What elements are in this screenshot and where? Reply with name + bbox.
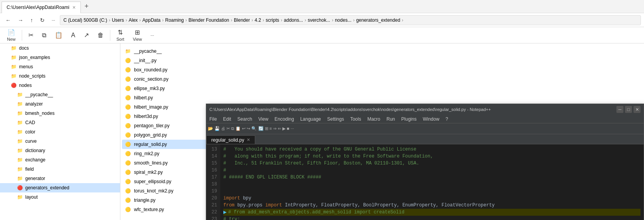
sidebar-item-dictionary[interactable]: 📁 dictionary [0,146,120,155]
breadcrumb[interactable]: C (Local) 500GB (C:) › Users › Alex › Ap… [60,15,641,25]
sidebar-item-generator[interactable]: 📁 generator [0,174,120,183]
folder-icon: 📁 [11,55,17,60]
tab-close[interactable]: × [72,4,75,10]
folder-icon: 📁 [17,92,23,97]
code-line-18 [223,181,641,188]
sidebar-item-json-examples[interactable]: 📁 json_examples [0,53,120,62]
sidebar-item-analyzer[interactable]: 📁 analyzer [0,99,120,109]
share-button[interactable]: ↗ [80,28,93,42]
delete-button[interactable]: 🗑 [94,28,108,42]
folder-icon: 📁 [17,194,23,200]
more-label: ··· [151,33,154,38]
breadcrumb-item: nodes... [335,17,352,23]
breadcrumb-item: scripts [266,17,279,23]
forward-button[interactable]: → [16,16,26,25]
folder-icon: 📁 [125,49,131,54]
breadcrumb-item: 4.2 [254,17,261,23]
file-item-ellipse-mk3[interactable]: 🟡 ellipse_mk3.py [122,84,642,93]
breadcrumb-item: generators_extended [356,17,400,23]
folder-icon: 📁 [11,73,17,79]
sidebar-item-menus[interactable]: 📁 menus [0,62,120,71]
new-label: New [7,37,16,42]
font-icon: A [71,32,75,39]
sidebar-item-pycache[interactable]: 📁 __pycache__ [0,90,120,99]
npp-menu-settings[interactable]: Settings [324,115,347,123]
folder-icon: 📁 [17,157,23,163]
py-icon: 🟡 [125,179,131,184]
file-item-box-rounded[interactable]: 🟡 box_rounded.py [122,65,642,74]
folder-icon: 📁 [17,148,23,153]
copy-icon: ⧉ [42,32,46,39]
paste-icon: 📋 [55,31,63,39]
sidebar-item-color[interactable]: 📁 color [0,127,120,137]
npp-code-area[interactable]: 13 14 15 16 17 18 19 20 21 22 23 24 25 2… [206,144,644,220]
back-button[interactable]: ← [3,16,13,25]
copy-button[interactable]: ⧉ [38,28,50,42]
code-line-13: # You should have received a copy of the… [223,146,641,153]
file-item-conic-section[interactable]: 🟡 conic_section.py [122,74,642,84]
sidebar-item-cad[interactable]: 📁 CAD [0,118,120,127]
npp-menu-search[interactable]: Search [234,115,255,123]
cut-button[interactable]: ✂ [24,28,37,42]
file-item-init[interactable]: 🟡 __init__.py [122,56,642,65]
sort-icon: ⇅ [118,29,123,36]
npp-menu-view[interactable]: View [255,115,272,123]
sidebar-item-exchange[interactable]: 📁 exchange [0,155,120,165]
sort-button[interactable]: ⇅ Sort [113,28,128,42]
npp-menu-plugins[interactable]: Plugins [398,115,419,123]
npp-menu-language[interactable]: Language [297,115,324,123]
sidebar-item-bmesh-nodes[interactable]: 📁 bmesh_nodes [0,109,120,118]
address-more[interactable]: ··· [49,16,57,24]
file-item-hilbert[interactable]: 🟡 hilbert.py [122,93,642,102]
npp-minimize-button[interactable]: ─ [616,106,623,113]
breadcrumb-item: AppData [143,17,161,23]
font-button[interactable]: A [67,28,79,42]
breadcrumb-item: C (Local) 500GB (C:) [63,17,107,23]
npp-menu-run[interactable]: Run [383,115,398,123]
view-icon: ⊞ [135,29,140,36]
npp-menu-window[interactable]: Window [419,115,442,123]
sidebar-item-generators-extended[interactable]: 🔴 generators_extended [0,183,120,192]
code-line-14: # along with this program; if not, write… [223,153,641,160]
main-content: 📁 docs 📁 json_examples 📁 menus 📁 node_sc… [0,43,644,220]
file-item-pycache[interactable]: 📁 __pycache__ [122,47,642,56]
code-line-16: # [223,167,641,174]
cut-icon: ✂ [28,31,33,39]
sidebar-item-layout[interactable]: 📁 layout [0,192,120,202]
code-content[interactable]: # You should have received a copy of the… [220,144,644,220]
toolbar: 📄 New ✂ ⧉ 📋 A ↗ 🗑 ⇅ Sort ⊞ View ··· [0,27,644,43]
explorer-tab[interactable]: C:\Users\Alex\AppData\Roami × [2,2,81,13]
toolbar-separator2 [110,30,110,41]
folder-icon: 📁 [17,139,23,144]
sidebar-item-field[interactable]: 📁 field [0,165,120,174]
npp-menu-help[interactable]: ? [442,115,451,123]
up-button[interactable]: ↑ [28,16,35,25]
npp-maximize-button[interactable]: □ [625,106,632,113]
new-tab-button[interactable]: + [81,2,93,10]
py-icon: 🟡 [125,132,131,138]
code-line-17: # ##### END GPL LICENSE BLOCK ##### [223,174,641,181]
npp-menubar: File Edit Search View Encoding Language … [206,115,644,123]
refresh-button[interactable]: ↻ [38,16,47,25]
npp-menu-tools[interactable]: Tools [347,115,364,123]
folder-icon: 📁 [17,111,23,116]
more-button[interactable]: ··· [147,28,158,42]
npp-menu-edit[interactable]: Edit [220,115,234,123]
sidebar-item-docs[interactable]: 📁 docs [0,43,120,53]
paste-button[interactable]: 📋 [51,28,66,42]
npp-menu-encoding[interactable]: Encoding [272,115,297,123]
sidebar-item-nodes[interactable]: 🔴 nodes [0,81,120,90]
sidebar-item-curve[interactable]: 📁 curve [0,137,120,146]
npp-tab-close[interactable]: ✕ [247,137,250,142]
npp-toolbar: 📂 💾 🖨 ✂ ⧉ 📋 ↩ ↪ 🔍 🔄 ⊞ ≡ ⇒ ⇐ ▶ ■ ··· [206,123,644,134]
breadcrumb-item: Blender Foundation [188,17,229,23]
code-line-20: import bpy [223,195,641,202]
npp-menu-macro[interactable]: Macro [364,115,383,123]
view-button[interactable]: ⊞ View [129,28,146,42]
sidebar-item-node-scripts[interactable]: 📁 node_scripts [0,71,120,81]
npp-close-button[interactable]: ✕ [634,106,641,113]
npp-tab-regular-solid[interactable]: regular_solid.py ✕ [206,135,255,144]
npp-titlebar: C:\Users\Alex\AppData\Roaming\Blender Fo… [206,104,644,115]
new-button[interactable]: 📄 New [3,28,19,42]
npp-menu-file[interactable]: File [206,115,220,123]
